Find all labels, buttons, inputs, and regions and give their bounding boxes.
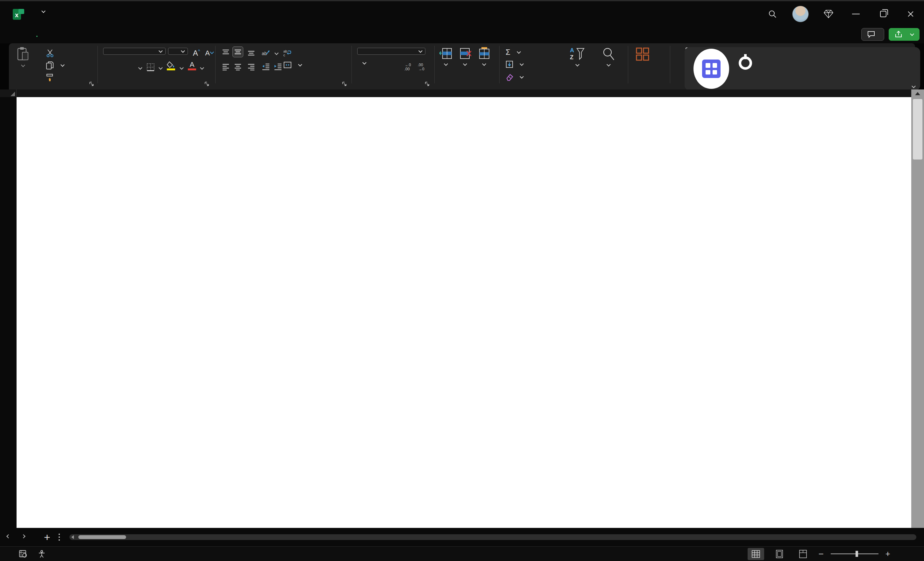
- share-button[interactable]: [889, 28, 920, 41]
- borders-button[interactable]: [145, 62, 156, 73]
- fill-color-button[interactable]: [166, 60, 176, 71]
- shrink-font-button[interactable]: A: [204, 48, 214, 58]
- close-button[interactable]: [903, 6, 918, 22]
- tab-formulas[interactable]: [96, 31, 110, 38]
- delete-cells-button[interactable]: [459, 47, 471, 65]
- restore-button[interactable]: [876, 6, 891, 22]
- tab-automate[interactable]: [162, 31, 176, 38]
- bold-button[interactable]: [104, 62, 115, 73]
- align-center-button[interactable]: [232, 61, 243, 72]
- fill-chevron-icon: [520, 62, 524, 66]
- tab-home[interactable]: [30, 31, 44, 38]
- svg-text:.00: .00: [418, 63, 423, 67]
- scroll-up-arrow-icon[interactable]: [915, 92, 920, 95]
- align-bottom-button[interactable]: [246, 47, 256, 58]
- italic-button[interactable]: [116, 62, 127, 73]
- wrap-text-button[interactable]: abc: [284, 49, 294, 57]
- decrease-indent-button[interactable]: [261, 61, 271, 72]
- fill-button[interactable]: [506, 60, 523, 68]
- vertical-scrollbar[interactable]: [911, 90, 924, 528]
- increase-indent-button[interactable]: [273, 61, 284, 72]
- merge-center-button[interactable]: [284, 61, 302, 69]
- accessibility-icon: [38, 550, 45, 558]
- align-middle-button[interactable]: [232, 46, 243, 57]
- tab-page-layout[interactable]: [80, 31, 94, 38]
- page-break-view-button[interactable]: [795, 548, 811, 560]
- underline-button[interactable]: [126, 62, 137, 73]
- align-left-button[interactable]: [220, 61, 231, 72]
- tab-menu-kebab-icon[interactable]: [58, 534, 60, 541]
- clipboard-dialog-launcher-icon[interactable]: [89, 81, 94, 87]
- title-chevron-down-icon[interactable]: [41, 9, 45, 13]
- zoom-out-button[interactable]: −: [818, 549, 824, 559]
- underline-chevron-icon[interactable]: [138, 66, 142, 70]
- normal-view-button[interactable]: [748, 548, 764, 560]
- page-layout-view-button[interactable]: [771, 548, 788, 560]
- format-cells-button[interactable]: [478, 47, 490, 65]
- alignment-dialog-launcher-icon[interactable]: [342, 81, 347, 87]
- svg-text:→0: →0: [418, 67, 424, 70]
- tab-data[interactable]: [113, 31, 127, 38]
- zoom-slider-thumb[interactable]: [855, 551, 858, 557]
- font-color-chevron-icon[interactable]: [200, 66, 204, 70]
- insert-cells-button[interactable]: [440, 47, 452, 65]
- tab-insert[interactable]: [46, 31, 60, 38]
- finmodelslab-logo-panel: [684, 47, 920, 90]
- zoom-in-button[interactable]: +: [885, 549, 890, 559]
- user-avatar[interactable]: [792, 6, 809, 22]
- delete-cells-icon: [459, 47, 471, 60]
- horizontal-scroll-thumb[interactable]: [78, 535, 126, 539]
- copy-button[interactable]: [46, 61, 64, 69]
- svg-text:A: A: [570, 47, 574, 54]
- paste-button[interactable]: [16, 47, 29, 66]
- font-size-select[interactable]: [168, 48, 188, 55]
- find-select-button[interactable]: [595, 47, 622, 66]
- zoom-slider[interactable]: [831, 554, 879, 554]
- font-dialog-launcher-icon[interactable]: [204, 81, 210, 87]
- decrease-decimal-button[interactable]: .00→0: [417, 61, 428, 72]
- fill-color-chevron-icon[interactable]: [180, 66, 184, 70]
- vertical-scroll-thumb[interactable]: [913, 99, 922, 159]
- premium-diamond-icon[interactable]: [821, 6, 836, 22]
- excel-window: x: [0, 0, 924, 561]
- tab-review[interactable]: [129, 31, 143, 38]
- font-color-button[interactable]: A: [187, 60, 197, 71]
- font-family-select[interactable]: [103, 48, 166, 55]
- sort-filter-button[interactable]: AZ: [564, 47, 591, 66]
- cut-button[interactable]: [46, 49, 57, 57]
- align-top-button[interactable]: [220, 47, 231, 58]
- number-dialog-launcher-icon[interactable]: [425, 81, 430, 87]
- tab-draw[interactable]: [63, 31, 77, 38]
- clear-button[interactable]: [506, 73, 523, 81]
- sheet-nav-back[interactable]: [0, 534, 15, 540]
- new-sheet-button[interactable]: +: [44, 531, 50, 543]
- sheet-tab-bar: +: [0, 528, 924, 546]
- number-format-select[interactable]: [357, 48, 425, 55]
- sheet-nav-forward[interactable]: [15, 534, 30, 540]
- horizontal-scrollbar[interactable]: [69, 534, 916, 540]
- wrap-text-icon: abc: [284, 49, 292, 57]
- comment-icon: [867, 31, 875, 38]
- tab-file[interactable]: [14, 31, 27, 38]
- orientation-chevron-icon[interactable]: [274, 51, 279, 55]
- macro-record-icon[interactable]: [19, 550, 27, 558]
- ribbon-collapse-chevron-icon[interactable]: [912, 84, 916, 88]
- tab-help[interactable]: [179, 31, 193, 38]
- increase-decimal-button[interactable]: ←0.00: [404, 61, 414, 72]
- minimize-button[interactable]: [848, 6, 864, 22]
- autosum-button[interactable]: Σ: [506, 48, 520, 57]
- orientation-button[interactable]: ab: [261, 47, 271, 58]
- align-right-button[interactable]: [246, 61, 256, 72]
- tab-view[interactable]: [146, 31, 160, 38]
- document-title[interactable]: [31, 9, 45, 14]
- format-painter-button[interactable]: [46, 73, 57, 81]
- accounting-format-button[interactable]: [360, 61, 366, 65]
- add-ins-button[interactable]: [636, 47, 650, 62]
- scroll-left-arrow-icon[interactable]: [71, 535, 74, 539]
- comments-button[interactable]: [861, 28, 884, 41]
- grow-font-button[interactable]: A^: [191, 48, 202, 58]
- search-icon[interactable]: [765, 6, 780, 22]
- borders-chevron-icon[interactable]: [159, 66, 163, 70]
- autosum-chevron-icon: [517, 50, 521, 54]
- select-all-corner[interactable]: [0, 90, 16, 97]
